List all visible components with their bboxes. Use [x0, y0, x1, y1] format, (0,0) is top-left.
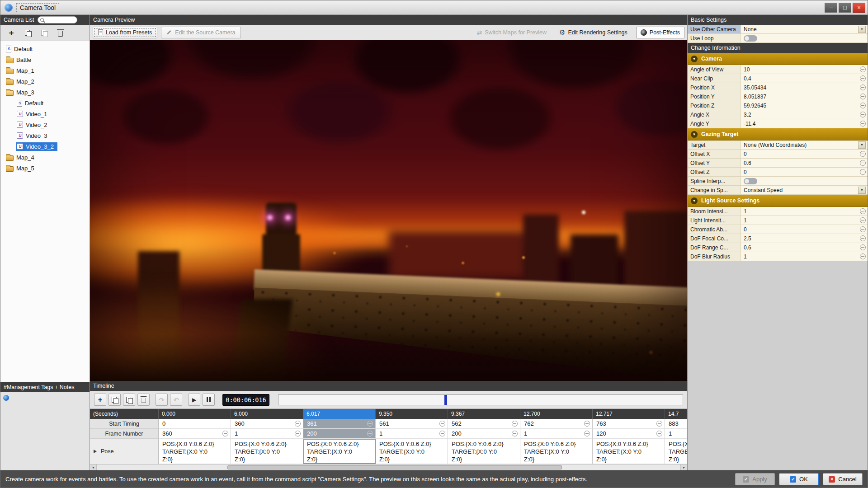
keyframe-icon[interactable]	[860, 208, 866, 214]
search-input[interactable]	[46, 17, 73, 23]
add-keyframe-button[interactable]: +	[94, 394, 106, 406]
keyframe-icon[interactable]	[584, 421, 590, 427]
keyframe-icon[interactable]	[860, 244, 866, 250]
frame-number-cell[interactable]: 360	[159, 429, 231, 439]
start-timing-cell[interactable]: 561	[376, 419, 448, 429]
tree-item-map3-default[interactable]: Default	[0, 98, 90, 108]
edit-source-camera-button[interactable]: Edit the Source Camera	[161, 27, 241, 38]
keyframe-icon[interactable]	[512, 421, 518, 427]
play-button[interactable]: ▶	[188, 394, 200, 406]
light-source-section-header[interactable]: ▼ Light Source Settings	[688, 195, 868, 207]
tree-item-map-5[interactable]: Map_5	[0, 163, 90, 174]
cancel-button[interactable]: × Cancel	[823, 473, 863, 485]
timeline-column-header-selected[interactable]: 6.017	[303, 409, 376, 419]
prop-value[interactable]: Constant Speed	[744, 187, 856, 193]
keyframe-icon[interactable]	[860, 103, 866, 108]
keyframe-icon[interactable]	[439, 421, 445, 427]
prop-value[interactable]: None (World Coordinates)	[744, 142, 856, 148]
tree-item-video-3-2[interactable]: Video_3_2	[0, 141, 90, 152]
tree-item-video-1[interactable]: Video_1	[0, 108, 90, 119]
close-button[interactable]: ×	[853, 3, 865, 13]
prop-value[interactable]: 2.5	[744, 235, 858, 242]
paste-keyframe-button[interactable]	[123, 394, 135, 406]
tree-item-video-2[interactable]: Video_2	[0, 119, 90, 130]
pose-cell[interactable]: POS:{X:0 Y:0.6 Z:0} TARGET:{X:0 Y:0 Z:0}	[376, 439, 448, 464]
tree-item-map-3[interactable]: Map_3	[0, 87, 90, 98]
keyframe-icon[interactable]	[295, 421, 301, 427]
timeline-column-header[interactable]: 0.000	[159, 409, 231, 419]
keyframe-icon[interactable]	[295, 431, 301, 436]
scroll-right-icon[interactable]: ▸	[680, 465, 687, 470]
start-timing-cell[interactable]: 0	[159, 419, 231, 429]
timeline-column-header[interactable]: 12.717	[593, 409, 665, 419]
prop-value[interactable]: 3.2	[744, 112, 858, 118]
prop-value[interactable]: 1	[744, 208, 858, 215]
start-timing-cell[interactable]: 562	[448, 419, 520, 429]
tree-item-map-4[interactable]: Map_4	[0, 152, 90, 163]
timeline-column-header[interactable]: 9.367	[448, 409, 520, 419]
scrollbar-thumb[interactable]	[227, 465, 562, 469]
frame-number-cell[interactable]: 1	[665, 429, 687, 439]
pose-label-cell[interactable]: Pose	[90, 439, 159, 464]
copy-camera-button[interactable]	[22, 28, 33, 38]
keyframe-icon[interactable]	[860, 112, 866, 117]
prop-value[interactable]: 0	[744, 226, 858, 233]
timeline-column-header[interactable]: 9.350	[376, 409, 448, 419]
timeline-hscrollbar[interactable]: ◂ ▸	[90, 464, 687, 470]
timeline-column-header[interactable]: 6.000	[231, 409, 303, 419]
prop-value[interactable]: 0.6	[744, 160, 858, 166]
keyframe-icon[interactable]	[860, 66, 866, 72]
keyframe-icon[interactable]	[860, 160, 866, 166]
pose-cell[interactable]: POS:{X:0 Y:0.6 Z:0} TARGET:{X:0 Y:0 Z:0}	[520, 439, 593, 464]
delete-camera-button[interactable]	[55, 28, 66, 38]
frame-number-cell[interactable]: 1	[231, 429, 303, 439]
prop-value[interactable]: 0	[744, 169, 858, 175]
prop-value[interactable]: 0	[744, 151, 858, 157]
keyframe-icon[interactable]	[512, 431, 518, 436]
tree-item-video-3[interactable]: Video_3	[0, 130, 90, 141]
keyframe-icon[interactable]	[656, 431, 662, 436]
pose-cell[interactable]: POS:{X:0 Y:0.6 Z:0} TARGET:{X:0 Y:0 Z:0}	[593, 439, 665, 464]
post-effects-button[interactable]: Post-Effects	[636, 27, 684, 38]
keyframe-icon[interactable]	[860, 94, 866, 99]
camera-section-header[interactable]: ▼ Camera	[688, 53, 868, 65]
pose-cell-selected[interactable]: POS:{X:0 Y:0.6 Z:0} TARGET:{X:0 Y:0 Z:0}	[303, 439, 376, 464]
prop-value[interactable]: 8.051837	[744, 94, 858, 100]
start-timing-cell[interactable]: 883	[665, 419, 687, 429]
prop-value[interactable]: 10	[744, 66, 858, 73]
ok-button[interactable]: ✓ OK	[779, 473, 819, 485]
preview-viewport[interactable]	[90, 40, 687, 381]
keyframe-icon[interactable]	[860, 235, 866, 241]
start-timing-cell-selected[interactable]: 361	[303, 419, 376, 429]
minimize-button[interactable]: –	[825, 3, 837, 13]
tree-item-map-1[interactable]: Map_1	[0, 65, 90, 76]
prop-value[interactable]: 0.4	[744, 75, 858, 82]
copy-keyframe-button[interactable]	[108, 394, 121, 406]
delete-keyframe-button[interactable]	[137, 394, 150, 406]
prop-value[interactable]: 59.92645	[744, 103, 858, 109]
redo-button[interactable]: ↷	[156, 394, 168, 406]
use-loop-toggle[interactable]	[744, 35, 757, 42]
start-timing-cell[interactable]: 763	[593, 419, 665, 429]
switch-maps-button[interactable]: ⇄ Switch Maps for Preview	[472, 27, 551, 38]
timeline-column-header[interactable]: 12.700	[520, 409, 593, 419]
chevron-down-icon[interactable]: ▼	[858, 141, 866, 149]
tree-item-map-2[interactable]: Map_2	[0, 76, 90, 87]
timeline-scrubber[interactable]	[278, 394, 683, 405]
spline-interpolation-toggle[interactable]	[744, 178, 757, 184]
keyframe-icon[interactable]	[367, 421, 373, 427]
paste-camera-button[interactable]	[38, 28, 49, 38]
keyframe-icon[interactable]	[860, 226, 866, 232]
keyframe-icon[interactable]	[860, 84, 866, 90]
keyframe-icon[interactable]	[860, 121, 866, 127]
keyframe-icon[interactable]	[656, 421, 662, 427]
add-camera-button[interactable]: +	[6, 28, 17, 38]
keyframe-icon[interactable]	[860, 151, 866, 157]
maximize-button[interactable]: □	[839, 3, 851, 13]
keyframe-icon[interactable]	[860, 169, 866, 175]
undo-button[interactable]: ↶	[170, 394, 182, 406]
apply-button[interactable]: ✓ Apply	[735, 473, 775, 485]
prop-value[interactable]: 35.05434	[744, 84, 858, 91]
keyframe-icon[interactable]	[860, 75, 866, 81]
pause-button[interactable]	[203, 394, 215, 406]
